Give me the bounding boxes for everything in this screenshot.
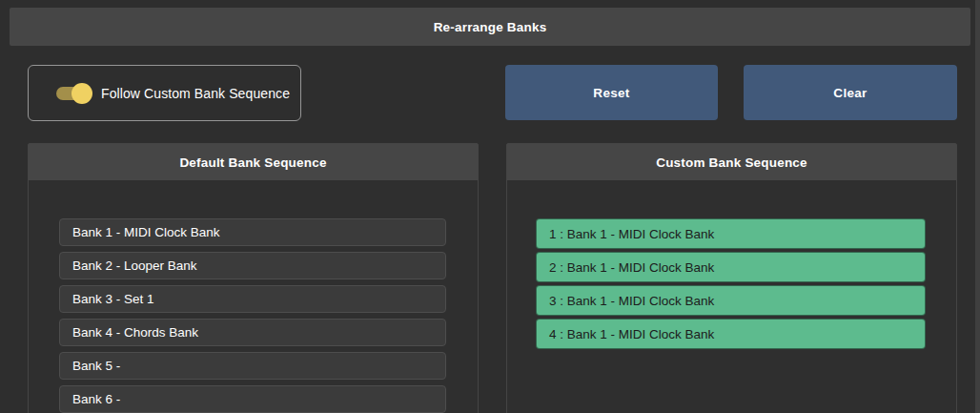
custom-panel-header: Custom Bank Sequence — [507, 144, 956, 180]
custom-panel-title: Custom Bank Sequence — [656, 155, 807, 170]
follow-toggle-label: Follow Custom Bank Sequence — [101, 86, 290, 101]
custom-bank-item-label: 2 : Bank 1 - MIDI Clock Bank — [549, 260, 714, 275]
default-bank-item[interactable]: Bank 4 - Chords Bank — [59, 319, 446, 346]
custom-sequence-panel: Custom Bank Sequence 1 : Bank 1 - MIDI C… — [506, 143, 957, 413]
dialog-title-bar: Re-arrange Banks — [10, 8, 970, 46]
custom-bank-item[interactable]: 2 : Bank 1 - MIDI Clock Bank — [536, 252, 926, 282]
default-bank-item-label: Bank 1 - MIDI Clock Bank — [72, 225, 220, 239]
default-bank-item-label: Bank 4 - Chords Bank — [72, 325, 198, 340]
default-bank-item[interactable]: Bank 5 - — [59, 352, 446, 380]
follow-toggle-card: Follow Custom Bank Sequence — [28, 65, 301, 121]
custom-bank-item-label: 3 : Bank 1 - MIDI Clock Bank — [549, 294, 714, 308]
default-bank-item[interactable]: Bank 2 - Looper Bank — [59, 252, 446, 279]
scrollbar-track[interactable] — [975, 0, 980, 413]
default-panel-header: Default Bank Sequence — [29, 144, 478, 180]
default-bank-item[interactable]: Bank 1 - MIDI Clock Bank — [59, 218, 446, 246]
default-bank-item-label: Bank 3 - Set 1 — [72, 292, 154, 306]
default-bank-item-label: Bank 5 - — [72, 359, 120, 373]
custom-bank-item-label: 1 : Bank 1 - MIDI Clock Bank — [549, 227, 714, 241]
page-title: Re-arrange Banks — [434, 20, 547, 34]
custom-bank-item[interactable]: 3 : Bank 1 - MIDI Clock Bank — [536, 285, 926, 316]
default-bank-item-label: Bank 6 - — [72, 392, 120, 406]
custom-bank-item[interactable]: 1 : Bank 1 - MIDI Clock Bank — [536, 218, 926, 249]
default-bank-list: Bank 1 - MIDI Clock Bank Bank 2 - Looper… — [29, 180, 478, 413]
follow-custom-sequence-toggle[interactable] — [56, 87, 89, 100]
default-bank-item-label: Bank 2 - Looper Bank — [72, 258, 197, 273]
clear-button[interactable]: Clear — [744, 65, 957, 120]
custom-bank-list: 1 : Bank 1 - MIDI Clock Bank 2 : Bank 1 … — [507, 180, 956, 349]
toggle-knob — [71, 83, 92, 104]
default-bank-item[interactable]: Bank 6 - — [59, 385, 446, 413]
default-bank-item[interactable]: Bank 3 - Set 1 — [59, 285, 446, 313]
custom-bank-item[interactable]: 4 : Bank 1 - MIDI Clock Bank — [536, 319, 926, 349]
custom-bank-item-label: 4 : Bank 1 - MIDI Clock Bank — [549, 327, 714, 341]
reset-button[interactable]: Reset — [505, 65, 718, 120]
default-sequence-panel: Default Bank Sequence Bank 1 - MIDI Cloc… — [28, 143, 479, 413]
default-panel-title: Default Bank Sequence — [179, 155, 326, 170]
